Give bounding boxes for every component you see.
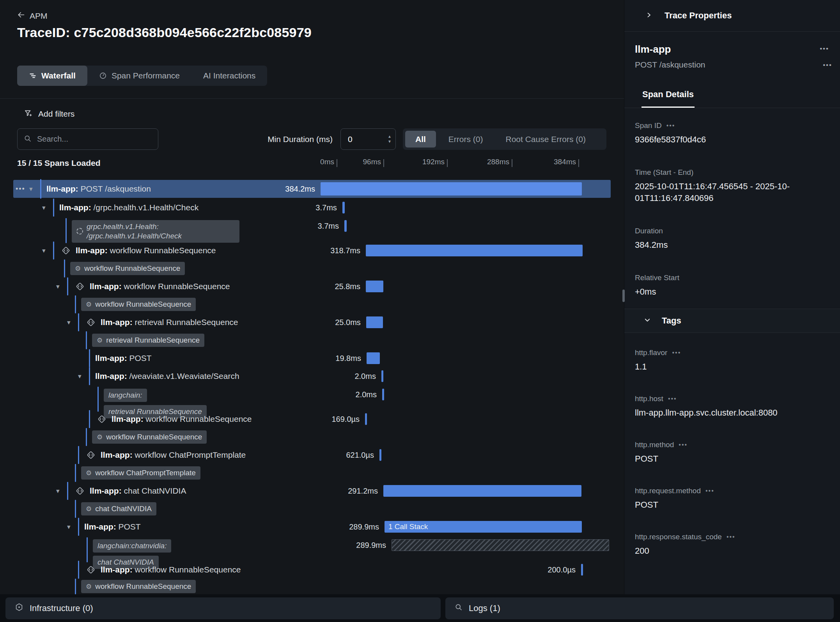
waterfall-rows: •••▾llm-app: POST /askquestion384.2ms▾ll… xyxy=(0,179,624,594)
operation-tag-row[interactable]: langchain:retrieval RunnableSequence2.0m… xyxy=(0,385,624,410)
operation-tag-row[interactable]: ⚙workflow ChatPromptTemplate xyxy=(0,464,624,482)
span-bar[interactable] xyxy=(382,389,384,400)
span-bar[interactable] xyxy=(581,564,583,576)
operation-badge-label: workflow RunnableSequence xyxy=(84,264,180,273)
breadcrumb-back[interactable]: APM xyxy=(17,11,48,21)
span-duration: 3.7ms xyxy=(0,217,339,235)
span-bar[interactable] xyxy=(379,449,381,461)
stepper-down-icon[interactable]: ▼ xyxy=(388,140,392,144)
add-filters-button[interactable]: Add filters xyxy=(24,106,74,122)
tags-section-header[interactable]: Tags xyxy=(624,309,840,333)
span-duration: 2.0ms xyxy=(0,367,376,385)
field-menu-dots[interactable]: ••• xyxy=(668,395,677,402)
operation-badge-label: workflow RunnableSequence xyxy=(95,300,191,309)
panel-resize-handle[interactable] xyxy=(622,290,625,302)
stepper-up-icon[interactable]: ▲ xyxy=(388,135,392,139)
span-row[interactable]: llm-app: workflow ChatPromptTemplate621.… xyxy=(0,446,624,464)
operation-badge[interactable]: ⚙chat ChatNVIDIA xyxy=(81,502,156,515)
span-duration: 169.0µs xyxy=(0,410,360,428)
span-bar[interactable]: 1 Call Stack xyxy=(385,521,582,533)
timeline-tick xyxy=(578,159,579,167)
operation-tag-row[interactable]: grpc.health.v1.Health: /grpc.health.v1.H… xyxy=(0,217,624,242)
field-label: Duration xyxy=(635,227,663,235)
min-duration-input[interactable]: 0 ▲▼ xyxy=(340,128,396,150)
span-row[interactable]: ▾llm-app: /grpc.health.v1.Health/Check3.… xyxy=(0,199,624,217)
segment-root-cause-errors-0[interactable]: Root Cause Errors (0) xyxy=(496,131,596,148)
span-row[interactable]: llm-app: POST19.8ms xyxy=(0,349,624,367)
field-menu-dots[interactable]: ••• xyxy=(672,349,681,356)
operation-badge[interactable]: ⚙workflow RunnableSequence xyxy=(81,298,196,311)
operation-badge[interactable]: ⚙retrieval RunnableSequence xyxy=(92,334,204,347)
endpoint-name: POST /askquestion xyxy=(635,60,828,70)
tab-span-performance[interactable]: Span Performance xyxy=(87,66,191,86)
operation-tag-row[interactable]: langchain:chatnvidia:chat ChatNVIDIA289.… xyxy=(0,536,624,561)
tab-waterfall[interactable]: Waterfall xyxy=(17,66,87,86)
span-duration: 289.9ms xyxy=(0,518,379,536)
operation-tag-row[interactable]: ⚙retrieval RunnableSequence xyxy=(0,331,624,349)
operation-tag-row[interactable]: ⚙workflow RunnableSequence xyxy=(0,259,624,277)
span-row[interactable]: llm-app: workflow RunnableSequence169.0µ… xyxy=(0,410,624,428)
operation-badge[interactable]: ⚙workflow RunnableSequence xyxy=(70,262,185,275)
span-row[interactable]: ▾llm-app: POST289.9ms1 Call Stack xyxy=(0,518,624,536)
logs-label: Logs (1) xyxy=(469,603,500,613)
infrastructure-button[interactable]: Infrastructure (0) xyxy=(5,597,441,619)
span-duration: 384.2ms xyxy=(0,179,315,199)
tags-fields: http.flavor•••1.1http.host•••llm-app.llm… xyxy=(624,333,840,557)
number-stepper[interactable]: ▲▼ xyxy=(388,135,392,144)
span-bar[interactable] xyxy=(321,182,582,195)
span-bar[interactable] xyxy=(365,413,367,425)
tab-ai-interactions[interactable]: AI Interactions xyxy=(191,66,267,86)
endpoint-menu-dots[interactable]: ••• xyxy=(823,61,832,69)
span-bar[interactable] xyxy=(344,220,347,232)
tab-span-details[interactable]: Span Details xyxy=(642,83,695,108)
field-label: Span ID xyxy=(635,121,662,130)
field-duration: Duration384.2ms xyxy=(635,227,829,251)
chevron-down-icon xyxy=(644,316,651,326)
span-bar[interactable] xyxy=(367,352,380,364)
operation-tag-row[interactable]: ⚙workflow RunnableSequence xyxy=(0,295,624,313)
operation-icon: ⚙ xyxy=(86,506,92,512)
operation-tag-row[interactable]: ⚙workflow RunnableSequence xyxy=(0,579,624,594)
infrastructure-label: Infrastructure (0) xyxy=(30,603,93,613)
span-duration: 289.9ms xyxy=(0,536,386,554)
segment-all[interactable]: All xyxy=(405,131,436,148)
logs-button[interactable]: Logs (1) xyxy=(445,597,834,619)
span-bar[interactable] xyxy=(342,202,345,213)
span-bar[interactable] xyxy=(366,316,383,328)
search-input[interactable]: Search... xyxy=(17,128,158,150)
span-bar[interactable] xyxy=(392,539,609,551)
segment-errors-0[interactable]: Errors (0) xyxy=(438,131,493,148)
span-row[interactable]: ▾llm-app: retrieval RunnableSequence25.0… xyxy=(0,313,624,331)
span-bar[interactable] xyxy=(381,370,383,382)
main-panel: APM TraceID: c75c208d368b094e566c22f2bc0… xyxy=(0,0,624,594)
operation-badge[interactable]: ⚙workflow RunnableSequence xyxy=(81,580,196,593)
span-duration: 2.0ms xyxy=(0,385,377,404)
field-menu-dots[interactable]: ••• xyxy=(705,487,714,494)
span-duration: 621.0µs xyxy=(0,446,374,464)
span-row[interactable]: ▾llm-app: workflow RunnableSequence318.7… xyxy=(0,242,624,259)
operation-tag-row[interactable]: ⚙workflow RunnableSequence xyxy=(0,428,624,446)
view-tabs: WaterfallSpan PerformanceAI Interactions xyxy=(17,66,267,86)
operation-tag-row[interactable]: ⚙chat ChatNVIDIA xyxy=(0,500,624,518)
filter-icon xyxy=(24,109,33,119)
field-label: http.flavor xyxy=(635,348,667,357)
operation-badge[interactable]: ⚙workflow ChatPromptTemplate xyxy=(81,466,200,480)
span-bar[interactable] xyxy=(366,281,383,292)
span-row[interactable]: ▾llm-app: workflow RunnableSequence25.8m… xyxy=(0,277,624,295)
breadcrumb-label: APM xyxy=(30,11,48,21)
span-row[interactable]: ▾llm-app: chat ChatNVIDIA291.2ms xyxy=(0,482,624,500)
field-menu-dots[interactable]: ••• xyxy=(727,533,735,540)
span-row[interactable]: •••▾llm-app: POST /askquestion384.2ms xyxy=(0,179,624,199)
span-row[interactable]: llm-app: workflow RunnableSequence200.0µ… xyxy=(0,561,624,579)
field-menu-dots[interactable]: ••• xyxy=(679,441,688,448)
operation-badge-label: workflow ChatPromptTemplate xyxy=(95,468,196,478)
field-menu-dots[interactable]: ••• xyxy=(666,122,675,129)
span-bar[interactable] xyxy=(383,485,581,497)
divider xyxy=(0,98,624,99)
span-bar[interactable] xyxy=(366,245,583,256)
operation-badge[interactable]: ⚙workflow RunnableSequence xyxy=(92,430,207,444)
collapse-panel-icon[interactable] xyxy=(645,12,652,20)
span-row[interactable]: ▾llm-app: /weaviate.v1.Weaviate/Search2.… xyxy=(0,367,624,385)
service-menu-dots[interactable]: ••• xyxy=(820,45,829,53)
span-duration: 291.2ms xyxy=(0,482,378,500)
